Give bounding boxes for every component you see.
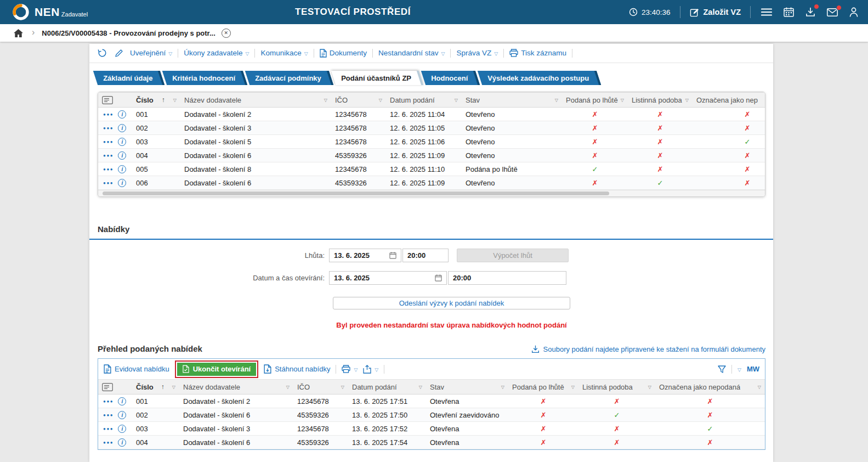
breadcrumb-close-icon[interactable]: ✕ bbox=[222, 29, 231, 38]
filter-caret-icon[interactable]: ▽ bbox=[455, 98, 458, 103]
scrollbar-thumb[interactable] bbox=[103, 191, 609, 195]
chevron-down-icon[interactable]: ▽ bbox=[737, 366, 741, 373]
row-menu-icon[interactable]: ●●● bbox=[103, 112, 114, 117]
tab[interactable]: Základní údaje bbox=[93, 71, 165, 85]
filter-caret-icon[interactable]: ▽ bbox=[501, 385, 504, 390]
tab[interactable]: Výsledek zadávacího postupu bbox=[478, 71, 601, 85]
column-header-listinna[interactable]: Listinná podoba▽ bbox=[578, 380, 655, 395]
filter-caret-icon[interactable]: ▽ bbox=[571, 385, 575, 390]
column-header-po-lhute[interactable]: Podaná po lhůtě▽ bbox=[508, 380, 578, 395]
column-header-ico[interactable]: IČO▽ bbox=[331, 93, 386, 108]
row-menu-icon[interactable]: ●●● bbox=[103, 139, 114, 144]
column-header-datum[interactable]: Datum podání▽ bbox=[348, 380, 426, 395]
row-info-icon[interactable]: i bbox=[118, 438, 126, 447]
create-vz-button[interactable]: Založit VZ bbox=[690, 8, 741, 17]
tab[interactable]: Zadávací podmínky bbox=[245, 71, 333, 85]
table-row[interactable]: ●●●i 006 Dodavatel - školení 6 45359326 … bbox=[98, 176, 765, 190]
horizontal-scrollbar[interactable] bbox=[98, 190, 765, 196]
row-info-icon[interactable]: i bbox=[118, 425, 126, 433]
column-header-nepodana[interactable]: Označena jako nepodaná▽ bbox=[655, 380, 765, 395]
row-info-icon[interactable]: i bbox=[118, 397, 126, 405]
column-header-nazev[interactable]: Název dodavatele▽ bbox=[179, 380, 293, 395]
record-offer-button[interactable]: Evidovat nabídku bbox=[104, 364, 169, 374]
action-uverejneni[interactable]: Uveřejnění▽ bbox=[130, 49, 172, 57]
row-menu-icon[interactable]: ●●● bbox=[103, 181, 114, 185]
column-header-nepodana[interactable]: Označena jako nep bbox=[693, 93, 765, 108]
calendar-icon[interactable] bbox=[782, 6, 795, 18]
filter-caret-icon[interactable]: ▽ bbox=[419, 385, 422, 390]
table-row[interactable]: ●●●i 004 Dodavatel - školení 6 45359326 … bbox=[98, 149, 765, 162]
tab[interactable]: Hodnocení bbox=[421, 71, 480, 85]
deadline-date-input[interactable]: 13. 6. 2025 bbox=[329, 249, 401, 262]
filter-caret-icon[interactable]: ▽ bbox=[379, 98, 382, 103]
filter-funnel-icon[interactable] bbox=[718, 365, 726, 373]
opening-date-input[interactable]: 13. 6. 2025 bbox=[329, 271, 447, 285]
row-menu-icon[interactable]: ●●● bbox=[103, 440, 114, 445]
breadcrumb-item[interactable]: N006/25/V00005438 - Provozování prodejny… bbox=[42, 29, 215, 37]
calendar-small-icon[interactable] bbox=[435, 274, 442, 281]
calendar-small-icon[interactable] bbox=[389, 252, 396, 259]
filter-caret-icon[interactable]: ▽ bbox=[555, 98, 558, 103]
user-profile-icon[interactable] bbox=[848, 6, 859, 18]
row-menu-icon[interactable]: ●●● bbox=[103, 413, 114, 418]
table-row[interactable]: ●●●i 002 Dodavatel - školení 3 12345678 … bbox=[98, 121, 765, 135]
action-nestandardni-stav[interactable]: Nestandardní stav▽ bbox=[378, 49, 445, 57]
table-row[interactable]: ●●●i 003 Dodavatel - školení 3 12345678 … bbox=[98, 422, 765, 436]
filter-caret-icon[interactable]: ▽ bbox=[173, 98, 177, 103]
filter-caret-icon[interactable]: ▽ bbox=[172, 385, 175, 390]
filter-preset-mw[interactable]: MW bbox=[747, 365, 759, 373]
filter-caret-icon[interactable]: ▽ bbox=[341, 385, 344, 390]
home-icon[interactable] bbox=[13, 29, 24, 38]
row-menu-icon[interactable]: ●●● bbox=[103, 153, 114, 158]
export-icon[interactable]: ▽ bbox=[363, 365, 378, 374]
row-menu-icon[interactable]: ●●● bbox=[103, 126, 114, 131]
row-info-icon[interactable]: i bbox=[118, 179, 126, 187]
action-sprava-vz[interactable]: Správa VZ▽ bbox=[456, 49, 498, 57]
history-refresh-icon[interactable] bbox=[97, 48, 108, 58]
edit-pencil-icon[interactable] bbox=[114, 49, 124, 58]
row-info-icon[interactable]: i bbox=[118, 411, 126, 419]
column-header-stav[interactable]: Stav▽ bbox=[462, 93, 562, 108]
columns-grid-icon[interactable] bbox=[102, 383, 128, 391]
table-row[interactable]: ●●●i 002 Dodavatel - školení 6 45359326 … bbox=[98, 408, 765, 422]
row-info-icon[interactable]: i bbox=[118, 165, 126, 173]
row-info-icon[interactable]: i bbox=[118, 151, 126, 160]
column-header-cislo[interactable]: Číslo↑▽ bbox=[132, 93, 180, 108]
filter-caret-icon[interactable]: ▽ bbox=[286, 385, 290, 390]
column-header-cislo[interactable]: Číslo↑▽ bbox=[132, 380, 179, 395]
filter-caret-icon[interactable]: ▽ bbox=[685, 98, 689, 103]
column-header-ico[interactable]: IČO▽ bbox=[293, 380, 348, 395]
table-row[interactable]: ●●●i 005 Dodavatel - školení 8 12345678 … bbox=[98, 162, 765, 176]
row-info-icon[interactable]: i bbox=[118, 124, 126, 132]
column-header-listinna[interactable]: Listinná podoba▽ bbox=[628, 93, 693, 108]
filter-caret-icon[interactable]: ▽ bbox=[758, 385, 761, 390]
table-row[interactable]: ●●●i 004 Dodavatel - školení 6 45359326 … bbox=[98, 436, 765, 449]
column-settings-header[interactable] bbox=[98, 380, 132, 395]
row-menu-icon[interactable]: ●●● bbox=[103, 167, 114, 172]
table-row[interactable]: ●●●i 001 Dodavatel - školení 2 12345678 … bbox=[98, 395, 765, 408]
action-ukony-zadavatele[interactable]: Úkony zadavatele▽ bbox=[184, 49, 249, 57]
table-row[interactable]: ●●●i 001 Dodavatel - školení 2 12345678 … bbox=[98, 108, 765, 121]
tab[interactable]: Podání účastníků ZP bbox=[331, 71, 423, 85]
table-row[interactable]: ●●●i 003 Dodavatel - školení 5 12345678 … bbox=[98, 135, 765, 149]
finish-opening-button[interactable]: Ukončit otevírání bbox=[177, 363, 256, 376]
compute-deadlines-button[interactable]: Výpočet lhůt bbox=[457, 249, 569, 262]
row-info-icon[interactable]: i bbox=[118, 110, 126, 119]
tab[interactable]: Kritéria hodnocení bbox=[162, 71, 247, 85]
column-header-nazev[interactable]: Název dodavatele▽ bbox=[180, 93, 331, 108]
action-tisk-zaznamu[interactable]: Tisk záznamu bbox=[509, 49, 566, 57]
row-info-icon[interactable]: i bbox=[118, 138, 126, 146]
menu-hamburger-icon[interactable] bbox=[760, 7, 773, 18]
nen-logo[interactable]: NEN Zadavatel bbox=[12, 3, 88, 21]
filter-caret-icon[interactable]: ▽ bbox=[324, 98, 327, 103]
column-settings-header[interactable] bbox=[98, 93, 132, 108]
messages-icon[interactable] bbox=[826, 7, 839, 18]
row-menu-icon[interactable]: ●●● bbox=[103, 426, 114, 431]
action-dokumenty[interactable]: Dokumenty bbox=[320, 49, 367, 58]
column-header-po-lhute[interactable]: Podaná po lhůtě▽ bbox=[562, 93, 628, 108]
send-request-button[interactable]: Odeslání výzvy k podání nabídek bbox=[333, 297, 570, 309]
download-offers-button[interactable]: Stáhnout nabídky bbox=[264, 364, 330, 374]
filter-caret-icon[interactable]: ▽ bbox=[621, 98, 624, 103]
print-icon[interactable]: ▽ bbox=[342, 365, 358, 373]
action-komunikace[interactable]: Komunikace▽ bbox=[260, 49, 308, 57]
